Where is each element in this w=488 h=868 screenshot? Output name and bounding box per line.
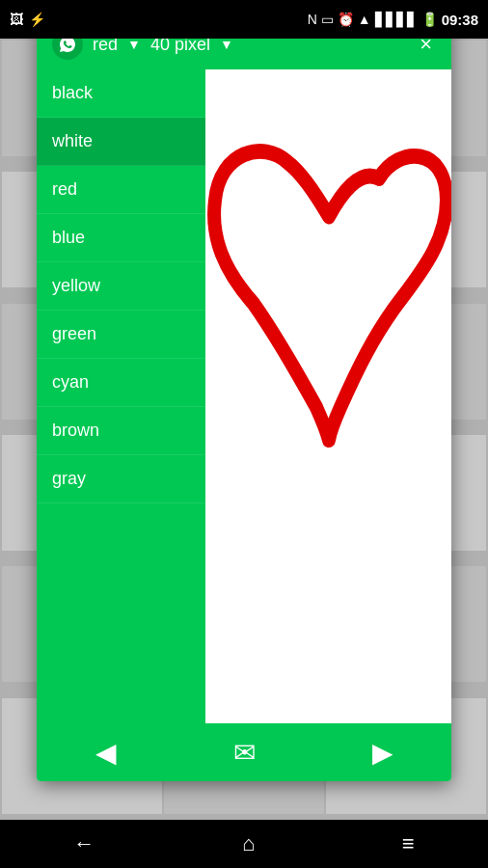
battery-icon: 🔋 [421, 12, 438, 27]
color-item-yellow[interactable]: yellow [37, 262, 205, 311]
header-dropdown-arrow: ▼ [127, 37, 141, 52]
back-button[interactable]: ◀ [76, 729, 136, 776]
nav-bar: ← ⌂ ≡ [0, 820, 488, 868]
status-bar-right: N ▭ ⏰ ▲ ▋▋▋▋ 🔋 09:38 [308, 12, 478, 28]
gallery-icon: 🖼 [10, 12, 23, 27]
status-time: 09:38 [442, 12, 478, 28]
dialog-body: blackwhiteredblueyellowgreencyanbrowngra… [37, 69, 451, 723]
sim-icon: ▭ [321, 12, 334, 27]
clock-icon: ⏰ [338, 12, 354, 27]
forward-button[interactable]: ▶ [353, 729, 413, 776]
share-button[interactable]: ✉ [214, 729, 275, 776]
drawing-canvas[interactable] [205, 69, 451, 723]
drawing-area[interactable] [205, 69, 451, 723]
usb-icon: ⚡ [29, 12, 45, 27]
color-item-brown[interactable]: brown [37, 407, 205, 455]
color-picker-dialog: red ▼ 40 pixel ▼ × blackwhiteredblueyell… [37, 19, 451, 781]
home-nav-button[interactable]: ⌂ [242, 831, 255, 856]
color-item-blue[interactable]: blue [37, 214, 205, 262]
color-item-red[interactable]: red [37, 166, 205, 214]
signal-icon: ▋▋▋▋ [375, 12, 418, 27]
color-list: blackwhiteredblueyellowgreencyanbrowngra… [37, 69, 205, 723]
status-bar: 🖼 ⚡ N ▭ ⏰ ▲ ▋▋▋▋ 🔋 09:38 [0, 0, 488, 39]
status-bar-left: 🖼 ⚡ [10, 12, 45, 27]
pixel-size-arrow: ▼ [220, 37, 233, 52]
back-nav-button[interactable]: ← [73, 831, 95, 856]
color-item-green[interactable]: green [37, 311, 205, 359]
color-item-white[interactable]: white [37, 118, 205, 166]
dialog-footer: ◀ ✉ ▶ [37, 723, 451, 781]
color-item-black[interactable]: black [37, 69, 205, 118]
color-item-gray[interactable]: gray [37, 455, 205, 503]
menu-nav-button[interactable]: ≡ [402, 831, 415, 856]
color-item-cyan[interactable]: cyan [37, 359, 205, 407]
nfc-icon: N [308, 12, 317, 27]
wifi-icon: ▲ [358, 12, 371, 27]
